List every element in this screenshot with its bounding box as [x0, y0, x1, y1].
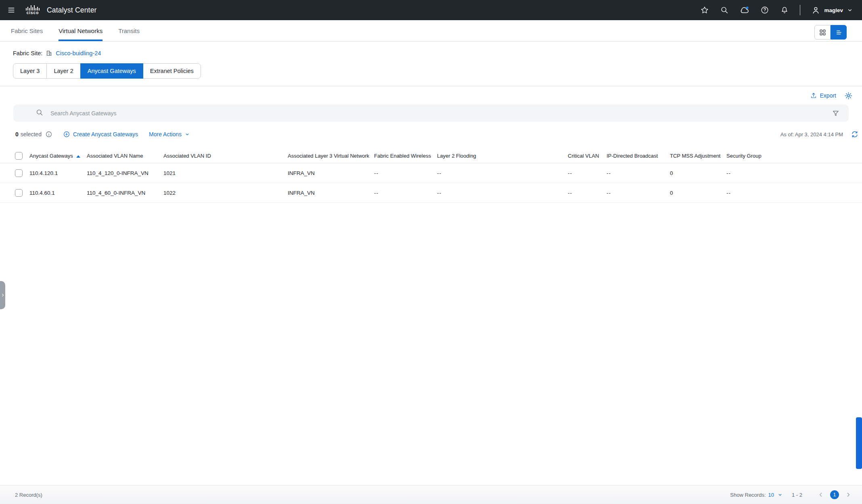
cell-ip-broadcast: --	[607, 163, 670, 183]
cisco-logo: cisco	[26, 5, 40, 15]
row-checkbox[interactable]	[15, 169, 23, 177]
pagination: Show Records: 10 1 - 2 1	[730, 490, 852, 499]
tab-virtual-networks[interactable]: Virtual Networks	[59, 20, 103, 41]
cell-vlan-id: 1022	[163, 183, 288, 203]
fabric-site-row: Fabric Site: Cisco-buidling-24	[13, 50, 862, 56]
primary-nav-tabs: Fabric Sites Virtual Networks Transits	[0, 20, 862, 42]
tab-fabric-sites[interactable]: Fabric Sites	[11, 20, 43, 41]
table-toolbar: Export	[0, 86, 862, 100]
left-panel-expander[interactable]	[0, 281, 5, 309]
favorites-star-icon[interactable]	[700, 6, 709, 15]
catalyst-center-app: cisco Catalyst Center	[0, 0, 862, 504]
menu-icon[interactable]	[7, 6, 15, 14]
view-toggle	[814, 25, 847, 40]
cell-vlan-name: 110_4_120_0-INFRA_VN	[87, 163, 163, 183]
export-button[interactable]: Export	[810, 92, 836, 99]
refresh-icon[interactable]	[851, 130, 859, 138]
select-all-checkbox[interactable]	[15, 152, 23, 160]
table-action-row: 0 selected Create Anycast Gateways More …	[15, 130, 859, 139]
previous-page-chevron-icon[interactable]	[818, 492, 824, 498]
cell-tcp-mss: 0	[670, 183, 726, 203]
user-menu[interactable]: maglev	[811, 6, 853, 15]
cell-critical-vlan: --	[568, 163, 607, 183]
table-settings-gear-icon[interactable]	[844, 92, 853, 100]
page-number-button[interactable]: 1	[830, 490, 839, 499]
create-anycast-gateways-button[interactable]: Create Anycast Gateways	[63, 131, 138, 138]
cell-anycast-gateway: 110.4.120.1	[29, 163, 87, 183]
column-header-fabric-enabled-wireless[interactable]: Fabric Enabled Wireless	[374, 148, 437, 163]
notifications-bell-icon[interactable]	[780, 6, 789, 15]
grid-view-icon[interactable]	[814, 25, 831, 40]
cell-vlan-name: 110_4_60_0-INFRA_VN	[87, 183, 163, 203]
tab-layer-2[interactable]: Layer 2	[46, 63, 80, 79]
column-header-layer2-flooding[interactable]: Layer 2 Flooding	[437, 148, 568, 163]
fabric-site-link[interactable]: Cisco-buidling-24	[56, 50, 101, 56]
column-header-ip-directed-broadcast[interactable]: IP-Directed Broadcast	[607, 148, 670, 163]
column-header-critical-vlan[interactable]: Critical VLAN	[568, 148, 607, 163]
next-page-chevron-icon[interactable]	[845, 492, 852, 498]
layer-tab-group: Layer 3 Layer 2 Anycast Gateways Extrane…	[13, 63, 862, 79]
cloud-status-icon[interactable]	[740, 5, 749, 15]
more-actions-chevron-down-icon	[184, 131, 190, 137]
search-icon[interactable]	[720, 6, 729, 15]
selected-count: 0	[15, 131, 19, 137]
cell-ip-broadcast: --	[607, 183, 670, 203]
app-header: cisco Catalyst Center	[0, 0, 862, 20]
cell-security-group: --	[726, 163, 862, 183]
table-row: 110.4.120.1 110_4_120_0-INFRA_VN 1021 IN…	[0, 163, 862, 183]
tab-anycast-gateways[interactable]: Anycast Gateways	[80, 63, 143, 79]
cell-critical-vlan: --	[568, 183, 607, 203]
row-checkbox[interactable]	[15, 189, 23, 197]
more-actions-label: More Actions	[149, 131, 182, 137]
column-header-associated-vlan-name[interactable]: Associated VLAN Name	[87, 148, 163, 163]
tab-extranet-policies[interactable]: Extranet Policies	[143, 63, 201, 79]
table-footer: 2 Record(s) Show Records: 10 1 - 2 1	[0, 485, 862, 504]
header-divider	[800, 5, 800, 15]
column-header-associated-l3-vn[interactable]: Associated Layer 3 Virtual Network	[288, 148, 374, 163]
create-anycast-gateways-label: Create Anycast Gateways	[73, 131, 138, 137]
cell-l2-flooding: --	[437, 163, 568, 183]
column-header-anycast-gateways[interactable]: Anycast Gateways	[29, 148, 87, 163]
cell-l3-vn: INFRA_VN	[288, 183, 374, 203]
plus-circle-icon	[63, 131, 70, 138]
page-size-chevron-down-icon[interactable]	[777, 492, 783, 498]
export-label: Export	[820, 92, 836, 99]
main-content: Fabric Site: Cisco-buidling-24 Layer 3 L…	[0, 50, 862, 203]
cisco-logo-bars	[26, 5, 40, 10]
cloud-badge-dot	[746, 6, 749, 9]
search-input[interactable]	[50, 110, 832, 117]
anycast-gateways-table: Anycast Gateways Associated VLAN Name As…	[0, 148, 862, 203]
cell-vlan-id: 1021	[163, 163, 288, 183]
username: maglev	[824, 7, 843, 13]
table-row: 110.4.60.1 110_4_60_0-INFRA_VN 1022 INFR…	[0, 183, 862, 203]
cell-tcp-mss: 0	[670, 163, 726, 183]
table-header-row: Anycast Gateways Associated VLAN Name As…	[0, 148, 862, 163]
tab-layer-3[interactable]: Layer 3	[13, 63, 47, 79]
user-avatar-icon	[811, 6, 820, 15]
record-count: 2 Record(s)	[15, 492, 42, 498]
help-icon[interactable]	[760, 6, 769, 15]
info-icon[interactable]	[45, 131, 52, 138]
column-header-security-group[interactable]: Security Group	[726, 148, 862, 163]
fabric-site-label: Fabric Site:	[13, 50, 42, 56]
column-header-tcp-mss-adjustment[interactable]: TCP MSS Adjustment	[670, 148, 726, 163]
page-size-value[interactable]: 10	[768, 492, 774, 498]
more-actions-button[interactable]: More Actions	[149, 131, 190, 137]
cell-security-group: --	[726, 183, 862, 203]
cell-l2-flooding: --	[437, 183, 568, 203]
tab-transits[interactable]: Transits	[118, 20, 140, 41]
search-input-magnifier-icon	[36, 108, 44, 118]
show-records-label: Show Records:	[730, 492, 766, 498]
building-icon	[46, 50, 52, 56]
filter-funnel-icon[interactable]	[832, 109, 840, 117]
column-header-associated-vlan-id[interactable]: Associated VLAN ID	[163, 148, 288, 163]
selected-label: selected	[21, 131, 42, 137]
cell-l3-vn: INFRA_VN	[288, 163, 374, 183]
sort-ascending-icon	[76, 155, 80, 158]
list-view-icon[interactable]	[831, 25, 847, 40]
record-range: 1 - 2	[792, 492, 802, 498]
export-icon	[810, 92, 817, 99]
vertical-scrollbar-thumb[interactable]	[856, 417, 862, 469]
user-chevron-down-icon	[847, 7, 853, 13]
app-title: Catalyst Center	[47, 6, 97, 15]
